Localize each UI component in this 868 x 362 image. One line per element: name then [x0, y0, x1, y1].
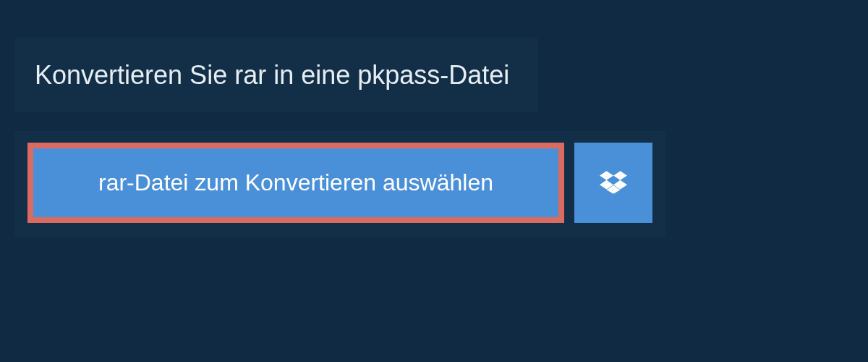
page-title: Konvertieren Sie rar in eine pkpass-Date…: [35, 59, 509, 90]
select-file-label: rar-Datei zum Konvertieren auswählen: [98, 169, 493, 196]
converter-widget: Konvertieren Sie rar in eine pkpass-Date…: [0, 0, 868, 237]
dropbox-button[interactable]: [574, 143, 652, 222]
dropbox-icon: [600, 169, 627, 196]
upload-button-panel: rar-Datei zum Konvertieren auswählen: [14, 131, 665, 237]
select-file-button[interactable]: rar-Datei zum Konvertieren auswählen: [27, 143, 564, 222]
title-panel: Konvertieren Sie rar in eine pkpass-Date…: [14, 38, 538, 112]
